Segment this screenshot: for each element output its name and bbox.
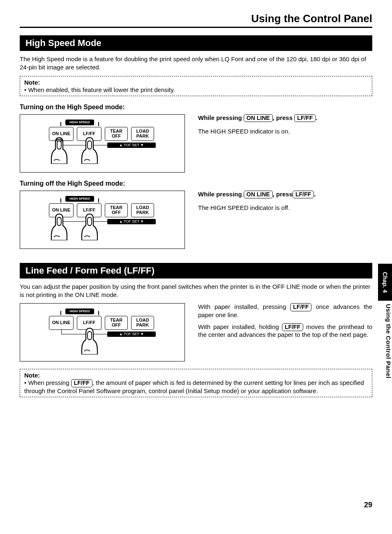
t: PARK [131,134,154,139]
finger-icon [80,137,99,164]
t: TEAR [105,205,127,210]
bracket [60,122,61,126]
title-rule [20,27,372,28]
panel-button-online: ON LINE [49,316,74,330]
t: While pressing [198,191,244,198]
t: With paper installed, holding [198,323,282,330]
lfff-press-once: With paper installed, pressing LF/FF onc… [198,303,372,318]
diagram-turn-on: HIGH SPEED ON LINE LF/FF TEAROFF LOADPAR… [20,114,185,173]
t: When pressing [28,379,71,386]
turn-on-instruction: While pressing ON LINE, press LF/FF. [198,114,372,122]
t: LOAD [131,205,154,210]
finger-icon [50,137,69,164]
high-speed-note: Note: • When enabled, this feature will … [20,76,372,96]
finger-icon [80,327,99,354]
section-tab: Using the Control Panel [378,304,392,379]
bracket [98,122,99,126]
t: TEAR [105,129,127,134]
lfff-note: Note: • When pressing LF/FF, the amount … [20,369,372,397]
panel-button-loadpark: LOADPARK [131,127,154,141]
turning-off-heading: Turning off the High Speed mode: [20,180,372,187]
bracket [98,311,99,315]
page-title: Using the Control Panel [20,12,372,25]
finger-icon [50,213,69,240]
t: PARK [131,210,154,215]
lfff-hold: With paper installed, holding LF/FF move… [198,323,372,338]
finger-icon [80,213,99,240]
panel-button-loadpark: LOADPARK [131,203,154,217]
bracket [60,311,61,315]
t: With paper installed, pressing [198,303,290,310]
keycap-lfff: LF/FF [290,303,311,311]
t: PARK [131,323,154,328]
keycap-lfff: LF/FF [282,323,303,331]
tof-set-bar: ▲ TOF SET ▼ [107,219,156,224]
high-speed-indicator: HIGH SPEED [65,308,94,314]
t: , press [273,191,293,198]
keycap-lfff: LF/FF [294,114,316,122]
page-number: 29 [364,501,372,509]
turn-off-instruction: While pressing ON LINE, pressLF/FF. [198,191,372,199]
t: . [314,191,316,198]
bracket [98,198,99,203]
turn-on-result: The HIGH SPEED indicator is on. [198,128,372,135]
diagram-lfff: HIGH SPEED ON LINE LF/FF TEAROFF LOADPAR… [20,303,185,361]
keycap-online: ON LINE [244,191,273,199]
t: OFF [105,210,127,215]
note-text-content: When enabled, this feature will lower th… [28,86,175,93]
tof-set-bar: ▲ TOF SET ▼ [107,331,156,337]
high-speed-intro: The High Speed mode is a feature for dou… [20,55,372,72]
t: While pressing [198,114,244,121]
keycap-lfff: LF/FF [293,191,314,199]
note-title: Note: [24,79,40,86]
section-high-speed: High Speed Mode [20,35,372,51]
chapter-tab: Chap. 4 [378,264,392,301]
t: . [316,114,317,121]
t: LOAD [131,129,154,134]
keycap-lfff: LF/FF [71,379,92,387]
panel-button-loadpark: LOADPARK [131,316,154,330]
note-text: • When pressing LF/FF, the amount of pap… [24,379,368,394]
t: , press [273,114,295,121]
lfff-intro: You can adjust the paper position by usi… [20,283,372,299]
turning-on-heading: Turning on the High Speed mode: [20,104,372,111]
note-text: • When enabled, this feature will lower … [24,86,368,93]
panel-button-tearoff: TEAROFF [105,127,128,141]
t: OFF [105,323,127,328]
t: OFF [105,134,127,139]
high-speed-indicator: HIGH SPEED [65,196,94,202]
section-lfff: Line Feed / Form Feed (LF/FF) [20,263,372,279]
high-speed-indicator: HIGH SPEED [65,120,94,125]
keycap-online: ON LINE [244,114,273,122]
diagram-turn-off: HIGH SPEED ON LINE LF/FF TEAROFF LOADPAR… [20,191,185,249]
note-title: Note: [24,372,40,379]
panel-button-tearoff: TEAROFF [105,203,128,217]
turn-off-result: The HIGH SPEED indicator is off. [198,204,372,211]
bracket [60,198,61,203]
panel-button-tearoff: TEAROFF [105,316,128,330]
tof-set-bar: ▲ TOF SET ▼ [107,143,156,148]
